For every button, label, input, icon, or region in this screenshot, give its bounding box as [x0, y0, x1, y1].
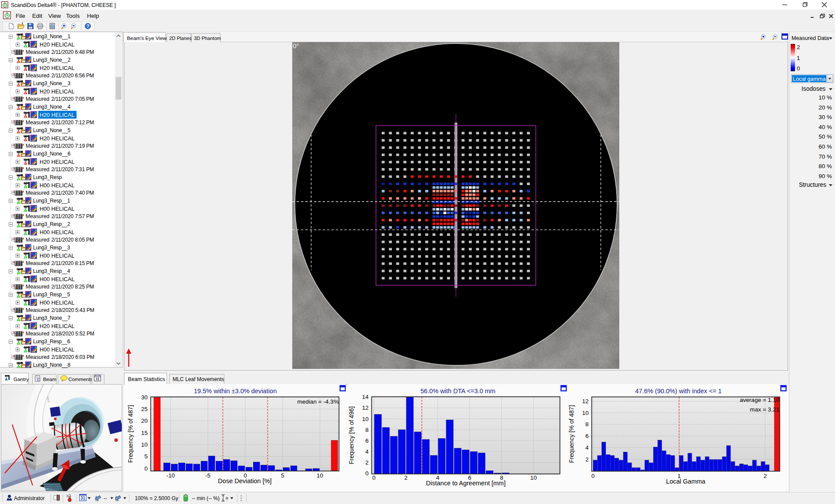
svg-text:30: 30: [141, 394, 147, 401]
svg-text:56.0% with DTA <=3.0 mm: 56.0% with DTA <=3.0 mm: [421, 388, 496, 395]
svg-text:10: 10: [362, 416, 368, 422]
svg-text:average = 1.10: average = 1.10: [740, 397, 780, 403]
svg-text:Dose Deviation [%]: Dose Deviation [%]: [218, 477, 271, 484]
svg-text:Frequency [% of 487]: Frequency [% of 487]: [127, 405, 134, 463]
svg-text:31: 31: [80, 496, 86, 501]
svg-text:2: 2: [404, 474, 407, 481]
svg-text:15: 15: [141, 430, 147, 436]
svg-text:0: 0: [591, 473, 595, 479]
svg-text:47.6% (90.0%) with index <= 1: 47.6% (90.0%) with index <= 1: [635, 388, 722, 395]
svg-text:median = -4.3%: median = -4.3%: [297, 398, 339, 405]
svg-text:Local Gamma: Local Gamma: [666, 478, 706, 485]
svg-text:8: 8: [365, 427, 369, 433]
svg-text:0: 0: [365, 470, 369, 477]
svg-text:3: 3: [66, 494, 68, 498]
svg-text:0: 0: [372, 474, 376, 481]
svg-text:12: 12: [362, 405, 368, 411]
svg-text:Frequency [% of 487]: Frequency [% of 487]: [568, 405, 575, 463]
svg-text:-5: -5: [205, 472, 210, 479]
svg-text:Distance to Agreement [mm]: Distance to Agreement [mm]: [426, 480, 506, 487]
svg-text:10: 10: [317, 472, 323, 479]
svg-text:19.5% within ±3.0% deviation: 19.5% within ±3.0% deviation: [194, 388, 277, 395]
svg-text:2: 2: [365, 459, 369, 466]
svg-text:12: 12: [582, 398, 588, 405]
svg-text:-10: -10: [166, 472, 175, 479]
svg-text:2: 2: [764, 473, 767, 479]
svg-text:0°: 0°: [293, 43, 299, 50]
svg-text:2: 2: [585, 456, 589, 463]
svg-text:max = 3.21: max = 3.21: [750, 406, 779, 413]
svg-text:✻: ✻: [225, 496, 229, 501]
svg-text:4: 4: [585, 444, 589, 451]
svg-text:?: ?: [87, 23, 90, 29]
svg-text:31: 31: [96, 377, 100, 381]
svg-text:Frequency [% of 496]: Frequency [% of 496]: [348, 406, 355, 464]
svg-text:5: 5: [144, 453, 148, 460]
svg-text:4: 4: [365, 448, 369, 455]
svg-text:10: 10: [530, 474, 537, 481]
svg-text:10: 10: [141, 441, 147, 448]
svg-text:10: 10: [582, 410, 588, 416]
svg-text:8: 8: [585, 421, 589, 428]
svg-text:5: 5: [281, 472, 284, 479]
svg-text:6: 6: [585, 433, 589, 439]
svg-text:25: 25: [141, 406, 147, 412]
svg-text:20: 20: [141, 418, 147, 424]
svg-text:6: 6: [365, 438, 369, 444]
svg-text:14: 14: [362, 394, 369, 400]
svg-text:0: 0: [144, 465, 148, 472]
